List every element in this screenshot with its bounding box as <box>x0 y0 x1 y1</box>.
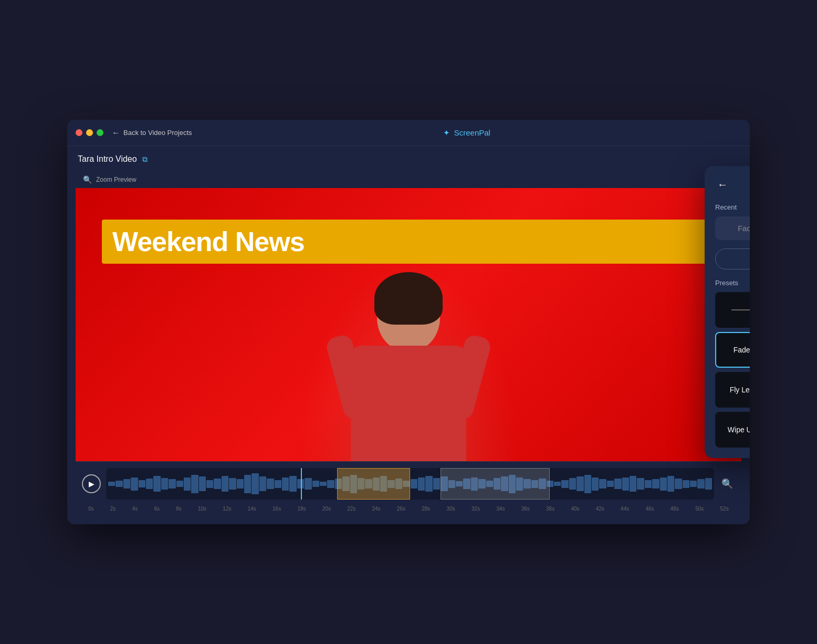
timeline-clip <box>441 468 550 500</box>
waveform-bar <box>312 481 319 487</box>
editor-area: 🔍 Zoom Preview Weekend News <box>76 171 741 516</box>
waveform-bar <box>191 475 198 493</box>
ruler-mark: 12s <box>223 506 231 512</box>
ruler-mark: 0s <box>88 506 94 512</box>
preset-label: Wipe Up <box>728 425 750 434</box>
waveform-bar <box>652 479 659 489</box>
recent-section: Recent Fade <box>715 203 750 240</box>
waveform-bar <box>116 481 122 487</box>
waveform-bar <box>153 476 160 492</box>
presets-grid: BounceFadeFlipFly DownFly LeftRightScale… <box>715 292 750 448</box>
customize-transition-button[interactable]: Customize Transition <box>715 248 750 269</box>
preset-label: Fly Left <box>730 386 750 394</box>
person-shape <box>330 277 487 461</box>
waveform-bar <box>199 476 206 491</box>
maximize-traffic-light[interactable] <box>97 129 103 136</box>
waveform-bar <box>690 481 697 487</box>
back-arrow-icon: ← <box>112 128 120 138</box>
play-button[interactable]: ▶ <box>82 474 101 493</box>
ruler-mark: 52s <box>720 506 729 512</box>
ruler-mark: 34s <box>496 506 505 512</box>
ruler-mark: 6s <box>154 506 160 512</box>
waveform-bar <box>630 476 636 492</box>
ruler-mark: 28s <box>422 506 430 512</box>
preset-item-none[interactable] <box>715 292 750 328</box>
waveform-bar <box>584 475 591 493</box>
title-bar: ← Back to Video Projects ✦ ScreenPal <box>67 120 750 146</box>
person-body <box>351 346 466 461</box>
waveform-bar <box>660 477 667 491</box>
ruler-mark: 24s <box>372 506 381 512</box>
waveform-bar <box>282 477 289 491</box>
zoom-icon: 🔍 <box>83 175 92 184</box>
ruler-mark: 18s <box>297 506 306 512</box>
recent-fade-item[interactable]: Fade <box>715 216 750 240</box>
ruler-mark: 16s <box>273 506 281 512</box>
video-canvas: Weekend News <box>76 188 741 461</box>
ruler-mark: 50s <box>695 506 704 512</box>
waveform-bar <box>683 480 689 488</box>
waveform-bar <box>146 479 153 489</box>
timeline-highlight <box>337 468 410 500</box>
timeline-ruler: 0s2s4s6s8s10s12s14s16s18s20s22s24s26s28s… <box>82 504 735 512</box>
ruler-mark: 40s <box>571 506 579 512</box>
waveform-bar <box>592 477 599 491</box>
waveform-bar <box>123 479 130 489</box>
transition-panel: ← Transition In ? Recent Fade Custo <box>705 166 750 458</box>
video-panel: 🔍 Zoom Preview Weekend News <box>76 171 741 516</box>
preset-item-fade[interactable]: Fade <box>715 332 750 368</box>
ruler-mark: 38s <box>546 506 554 512</box>
ruler-mark: 32s <box>472 506 480 512</box>
timeline-cursor <box>301 468 302 500</box>
waveform-bar <box>320 482 327 486</box>
none-line-icon <box>731 309 750 310</box>
ruler-mark: 22s <box>347 506 355 512</box>
waveform-bar <box>305 478 311 490</box>
waveform-bar <box>108 482 115 486</box>
waveform-bar <box>327 480 334 488</box>
waveform-bar <box>577 476 583 491</box>
project-title-row: Tara Intro Video ⧉ <box>76 154 741 164</box>
ruler-mark: 30s <box>447 506 455 512</box>
timeline-track[interactable] <box>106 468 714 500</box>
minimize-traffic-light[interactable] <box>86 129 93 136</box>
ruler-mark: 4s <box>132 506 138 512</box>
preset-item-wipe-up[interactable]: Wipe Up <box>715 412 750 448</box>
zoom-preview-bar: 🔍 Zoom Preview <box>76 171 741 188</box>
waveform-bar <box>252 473 258 494</box>
waveform-bar <box>622 477 629 491</box>
person-hair <box>374 272 443 325</box>
back-to-projects-button[interactable]: ← Back to Video Projects <box>112 128 192 138</box>
ruler-mark: 10s <box>198 506 206 512</box>
waveform-bar <box>697 479 704 489</box>
project-title: Tara Intro Video <box>78 154 137 164</box>
panel-back-button[interactable]: ← <box>715 176 730 193</box>
waveform-bar <box>131 477 138 491</box>
ruler-mark: 48s <box>671 506 679 512</box>
waveform-bar <box>705 478 712 490</box>
panel-back-icon: ← <box>717 179 728 190</box>
timeline-section: ▶ 🔍 0s2s4s6s8s10s12s14s1 <box>76 461 741 516</box>
preset-item-fly-left[interactable]: Fly Left <box>715 372 750 408</box>
waveform-bar <box>275 480 281 488</box>
close-traffic-light[interactable] <box>76 129 82 136</box>
waveform-bar <box>259 476 266 491</box>
recent-fade-label: Fade <box>738 224 750 233</box>
waveform-bar <box>433 478 440 490</box>
waveform-bar <box>161 478 168 490</box>
waveform-bar <box>645 480 652 488</box>
waveform-bar <box>614 479 621 489</box>
waveform-bar <box>176 481 183 487</box>
waveform-bar <box>554 482 561 486</box>
timeline-zoom-button[interactable]: 🔍 <box>719 476 735 492</box>
ruler-mark: 2s <box>110 506 116 512</box>
traffic-lights <box>76 129 103 136</box>
presets-label: Presets <box>715 279 750 287</box>
waveform-bar <box>637 478 644 490</box>
waveform-bar <box>206 480 213 488</box>
preset-label: Fade <box>734 346 750 354</box>
app-container: ← Back to Video Projects ✦ ScreenPal Tar… <box>67 120 750 524</box>
waveform-bar <box>214 479 221 489</box>
edit-project-icon[interactable]: ⧉ <box>142 155 148 164</box>
ruler-mark: 14s <box>248 506 256 512</box>
